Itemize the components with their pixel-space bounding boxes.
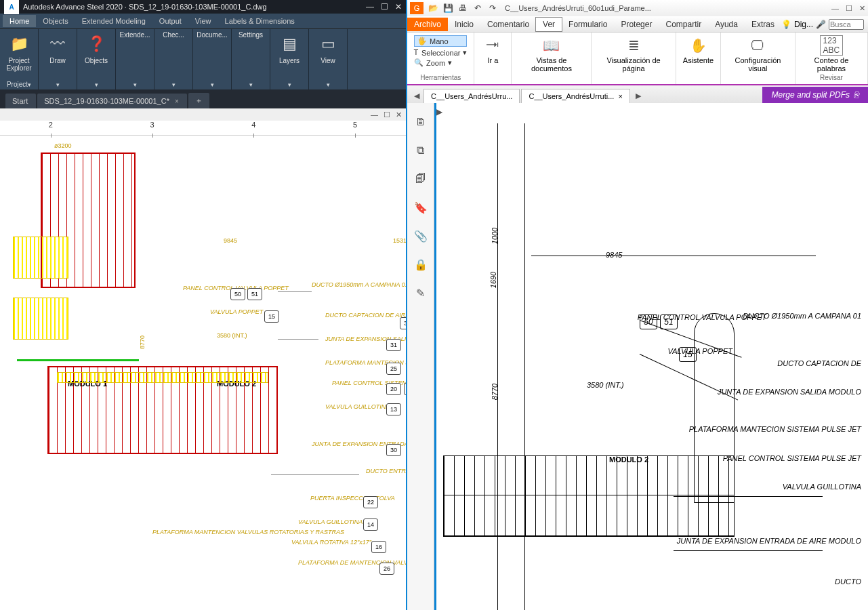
app-menu-icon[interactable]: G (410, 2, 423, 14)
assistant-button[interactable]: ✋Asistente (683, 35, 714, 65)
menu-extended[interactable]: Extended Modeling (75, 15, 152, 27)
menu-extras[interactable]: Extras (745, 18, 781, 31)
menu-view[interactable]: View (188, 15, 218, 27)
objects-button[interactable]: ❓ Objects (81, 32, 111, 65)
bulb-icon[interactable]: 💡 (781, 20, 791, 29)
side-thumbs-icon[interactable]: ⧉ (414, 144, 428, 157)
leader (278, 339, 318, 340)
menu-compartir[interactable]: Compartir (659, 18, 708, 31)
hex-22: 22 (363, 496, 378, 508)
fx-close-icon[interactable]: ✕ (859, 4, 865, 13)
visual-config-button[interactable]: 🖵Configuración visual (728, 35, 788, 73)
tab-close-icon[interactable]: × (175, 98, 179, 105)
ribbon-layers: ▤ Layers (270, 29, 309, 89)
pdf-dim-9845: 9845 (606, 251, 622, 259)
promo-banner[interactable]: Merge and split PDFs⎘ (762, 87, 868, 103)
menu-archivo[interactable]: Archivo (407, 18, 448, 31)
pdf-call-capt: DUCTO CAPTACION DE (777, 359, 861, 368)
side-page-icon[interactable]: 🗎 (414, 115, 428, 129)
check-button[interactable]: Chec... (159, 32, 188, 39)
doc-tab-close-icon[interactable]: × (618, 92, 622, 100)
abc-icon: 123ABC (820, 35, 843, 56)
fx-ribbon: 🖐Mano ᎢSeleccionar▾ 🔍Zoom▾ Herramientas … (407, 33, 868, 85)
tool-zoom[interactable]: 🔍Zoom▾ (414, 58, 467, 67)
tab-next-icon[interactable]: ▶ (632, 89, 645, 103)
acad-canvas[interactable]: — ☐ ✕ 2 3 4 5 ø3200 9845 15310 8770 3580… (0, 108, 406, 610)
settings-button[interactable]: Settings (236, 32, 266, 39)
project-explorer-button[interactable]: 📁 Project Explorer (4, 32, 34, 72)
view-button[interactable]: ▭ View (313, 32, 343, 65)
tool-seleccionar[interactable]: ᎢSeleccionar▾ (414, 48, 467, 57)
ribbon-view: ▭ View (309, 29, 348, 89)
doc-views-button[interactable]: 📖Vistas de documentos (518, 35, 584, 73)
menu-objects[interactable]: Objects (36, 15, 75, 27)
monitor-icon: 🖵 (746, 35, 769, 56)
close-icon[interactable]: ✕ (395, 2, 402, 12)
save-icon[interactable]: 💾 (442, 3, 453, 14)
acad-menubar: Home Objects Extended Modeling Output Vi… (0, 14, 406, 28)
dim-d4: 8770 (139, 336, 146, 349)
callout-guillotina: VALVULA GUILLOTINA (325, 403, 390, 410)
objects-icon: ❓ (84, 32, 108, 56)
goto-button[interactable]: ⭲Ir a (481, 35, 504, 65)
vp-close-icon[interactable]: ✕ (396, 110, 402, 119)
fx-max-icon[interactable]: ☐ (846, 4, 852, 13)
leader (278, 291, 312, 292)
side-layers-icon[interactable]: 🗐 (414, 172, 428, 186)
fx-doc-tabs: ◀ C__Users_AndrésUrru... C__Users_Andrés… (407, 85, 868, 103)
side-lock-icon[interactable]: 🔒 (414, 258, 428, 271)
ribbon-title-project[interactable]: Project (7, 81, 31, 88)
menu-comentario[interactable]: Comentario (480, 18, 536, 31)
menu-formulario[interactable]: Formulario (562, 18, 614, 31)
extended-button[interactable]: Extende... (120, 32, 150, 39)
side-attach-icon[interactable]: 📎 (414, 229, 428, 243)
menu-home[interactable]: Home (3, 15, 36, 27)
pdf-modulo2: MODULO 2 (609, 455, 648, 464)
tab-drawing[interactable]: SDS_12_19-01630-103ME-00001_C*× (37, 94, 187, 108)
tab-start[interactable]: Start (5, 94, 36, 108)
draw-button[interactable]: 〰 Draw (43, 32, 73, 65)
minimize-icon[interactable]: — (366, 2, 374, 12)
menu-ver[interactable]: Ver (536, 18, 562, 31)
tab-new[interactable]: ＋ (188, 93, 209, 108)
maximize-icon[interactable]: ☐ (381, 2, 388, 12)
redo-icon[interactable]: ↷ (487, 3, 498, 14)
print-icon[interactable]: 🖶 (457, 3, 468, 14)
menu-output[interactable]: Output (152, 15, 188, 27)
callout-rot: VALVULA ROTATIVA 12"x17" (291, 539, 371, 546)
word-count-button[interactable]: 123ABCConteo de palabras (802, 35, 861, 73)
pdf-split-icon: ⎘ (854, 90, 859, 100)
tab-prev-icon[interactable]: ◀ (410, 89, 423, 103)
pdf-canvas[interactable]: ▶ 1000 1690 8770 9845 3580 (INT.) PANEL … (434, 103, 868, 610)
menu-labels[interactable]: Labels & Dimensions (218, 15, 302, 27)
menu-inicio[interactable]: Inicio (448, 18, 480, 31)
vp-max-icon[interactable]: ☐ (384, 110, 390, 119)
undo-icon[interactable]: ↶ (472, 3, 483, 14)
search-input[interactable] (829, 19, 864, 30)
tool-mano[interactable]: 🖐Mano (414, 35, 467, 47)
menu-ayuda[interactable]: Ayuda (708, 18, 745, 31)
ribbon-herramientas: 🖐Mano ᎢSeleccionar▾ 🔍Zoom▾ Herramientas (407, 33, 474, 84)
ribbon-settings: Settings (232, 29, 270, 89)
side-bookmark-icon[interactable]: 🔖 (414, 201, 428, 214)
side-sign-icon[interactable]: ✎ (414, 286, 428, 300)
doc-tab-1[interactable]: C__Users_AndrésUrru... (423, 89, 520, 103)
pdf-reader-window: G 📂 💾 🖶 ↶ ↷ C__Users_AndrésUrruti_60o1ud… (407, 0, 868, 610)
layers-button[interactable]: ▤ Layers (274, 32, 304, 65)
callout-valv-poppet: VALVULA POPPET (210, 308, 263, 315)
doc-tab-2[interactable]: C__Users_AndrésUrruti...× (521, 89, 629, 103)
leader (674, 550, 823, 551)
panel-toggle-icon[interactable]: ▶ (436, 107, 442, 117)
ribbon-ir-a: ⭲Ir a (474, 33, 512, 84)
documents-button[interactable]: Docume... (197, 32, 227, 39)
hex-31: 31 (386, 339, 401, 351)
acad-doc-tabs: Start SDS_12_19-01630-103ME-00001_C*× ＋ (0, 89, 406, 108)
hex-30: 30 (386, 444, 401, 456)
vp-min-icon[interactable]: — (371, 110, 378, 119)
menu-proteger[interactable]: Proteger (614, 18, 659, 31)
page-view-button[interactable]: ≣Visualización de página (598, 35, 668, 73)
draw-platform-1 (14, 237, 68, 278)
fx-min-icon[interactable]: — (831, 4, 839, 13)
open-icon[interactable]: 📂 (428, 3, 438, 14)
mic-icon[interactable]: 🎤 (816, 20, 826, 29)
